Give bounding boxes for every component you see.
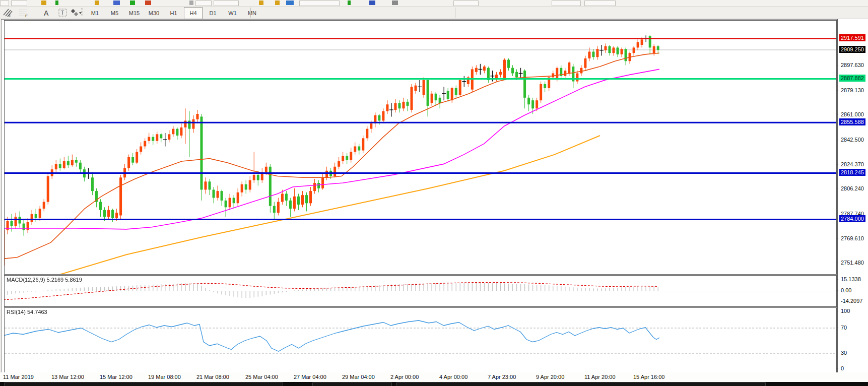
- price-chart-pane[interactable]: [4, 20, 837, 275]
- macd-main-value: 5.2169: [46, 277, 63, 283]
- toolbar-icon-stub[interactable]: [41, 1, 46, 5]
- date-axis-label: 11 Apr 20:00: [584, 374, 616, 380]
- svg-text:E: E: [9, 14, 11, 17]
- toolbar-icon-stub[interactable]: [286, 1, 294, 5]
- timeframe-button-H1[interactable]: H1: [164, 7, 183, 19]
- scale-tick: [836, 188, 838, 189]
- taskbar-window-button[interactable]: [4, 382, 283, 386]
- toolbar-icon-stub[interactable]: [299, 1, 340, 6]
- toolbar-icon-stub[interactable]: [259, 1, 263, 5]
- timeframe-button-M30[interactable]: M30: [145, 7, 163, 19]
- price-level-badge: 2917.591: [839, 34, 865, 41]
- price-scale-label: 2897.630: [839, 61, 865, 69]
- toolbar-icon-stub[interactable]: [453, 1, 479, 6]
- timeframe-button-M15[interactable]: M15: [125, 7, 144, 19]
- toolbar-icon-stub[interactable]: [275, 1, 280, 5]
- date-axis-label: 4 Apr 00:00: [439, 374, 468, 380]
- macd-signal-value: 5.8619: [65, 277, 82, 283]
- toolbar-icon-stub[interactable]: [11, 1, 27, 6]
- date-axis-label: 15 Apr 16:00: [633, 374, 664, 380]
- price-scale-label: 2751.480: [839, 259, 865, 266]
- toolbar-separator: [250, 8, 251, 18]
- toolbar-icon-stub[interactable]: [369, 1, 375, 5]
- price-scale-label: 2769.610: [839, 235, 865, 242]
- price-level-badge: 2887.882: [839, 75, 865, 82]
- text-label-icon[interactable]: T: [56, 7, 70, 18]
- svg-text:T: T: [61, 10, 64, 16]
- date-axis-label: 11 Mar 2019: [3, 374, 34, 380]
- rsi-value: 54.7463: [27, 309, 47, 315]
- toolbar-icon-stub[interactable]: [214, 1, 239, 6]
- price-scale-label: 2879.130: [839, 87, 865, 94]
- date-axis-label: 27 Mar 04:00: [294, 374, 326, 380]
- price-scale-label: 70: [839, 324, 848, 331]
- scale-tick: [836, 164, 838, 165]
- timeframe-button-M5[interactable]: M5: [105, 7, 124, 19]
- price-scale-label: -14.2097: [839, 297, 864, 304]
- fibo-retracement-icon[interactable]: F: [17, 7, 30, 18]
- scale-tick: [836, 263, 838, 263]
- scale-tick: [836, 114, 838, 115]
- price-scale-label: 2861.000: [839, 111, 865, 118]
- toolbar-icon-stub[interactable]: [348, 1, 351, 5]
- toolbar-drag-handle[interactable]: [81, 8, 83, 17]
- timeframe-button-M1[interactable]: M1: [86, 7, 104, 19]
- price-level-badge: 2818.245: [839, 169, 865, 176]
- toolbar-icon-stub[interactable]: [0, 1, 9, 6]
- date-axis-label: 29 Mar 04:00: [342, 374, 375, 380]
- timeframe-bar: M1M5M15M30H1H4D1W1MN: [86, 7, 261, 18]
- price-scale-label: 15.1338: [839, 276, 862, 283]
- toolbar-icon-stub[interactable]: [55, 1, 58, 5]
- price-scale-label: 0.00: [839, 287, 853, 294]
- fibo-expansion-icon[interactable]: E: [1, 7, 14, 18]
- text-tool-icon[interactable]: A: [40, 7, 53, 18]
- main-toolbar: E F A T M1M5M15M30H1H4D1W1MN: [0, 7, 868, 19]
- scale-tick: [836, 65, 838, 66]
- toolbar-icon-stub[interactable]: [392, 1, 398, 5]
- scale-tick: [836, 279, 838, 280]
- date-axis-label: 9 Apr 20:00: [536, 374, 564, 380]
- scale-tick: [836, 290, 838, 291]
- scale-tick: [836, 214, 838, 214]
- scale-tick: [836, 328, 838, 328]
- date-axis-label: 15 Mar 12:00: [100, 374, 132, 380]
- date-axis-label: 21 Mar 08:00: [196, 374, 229, 380]
- toolbar-icon-stub[interactable]: [130, 1, 135, 5]
- scale-tick: [836, 90, 838, 91]
- price-level-badge: 2855.588: [839, 118, 865, 125]
- date-axis-label: 19 Mar 08:00: [148, 374, 181, 380]
- toolbar-icon-stub[interactable]: [552, 1, 581, 6]
- toolbar-icon-stub[interactable]: [145, 1, 151, 5]
- scale-tick: [836, 311, 838, 311]
- rsi-indicator-pane[interactable]: [4, 307, 837, 373]
- date-axis-label: 25 Mar 04:00: [245, 374, 278, 380]
- timeframe-button-MN[interactable]: MN: [243, 7, 261, 19]
- price-scale-label: 2824.370: [839, 161, 865, 168]
- timeframe-button-D1[interactable]: D1: [204, 7, 222, 19]
- toolbar-icon-stub[interactable]: [195, 1, 212, 6]
- taskbar-strip: [0, 382, 868, 386]
- toolbar-icon-stub[interactable]: [584, 1, 616, 6]
- scale-tick: [836, 353, 838, 353]
- scale-tick: [836, 140, 838, 140]
- date-axis-label: 13 Mar 12:00: [51, 374, 84, 380]
- taskbar-window-button[interactable]: [312, 382, 392, 386]
- price-scale-label: 100: [839, 307, 851, 314]
- macd-indicator-pane[interactable]: [4, 275, 837, 307]
- scale-tick: [836, 238, 838, 239]
- date-axis-label: 2 Apr 00:00: [390, 374, 419, 380]
- svg-text:F: F: [25, 14, 28, 17]
- timeframe-button-H4[interactable]: H4: [184, 7, 203, 19]
- toolbar-icon-stub[interactable]: [95, 1, 99, 5]
- timeframe-button-W1[interactable]: W1: [223, 7, 242, 19]
- price-level-badge: 2909.250: [839, 46, 865, 53]
- price-scale-label: 30: [839, 349, 848, 356]
- toolbar-icon-stub[interactable]: [189, 1, 193, 5]
- taskbar-window-button[interactable]: [396, 382, 766, 386]
- toolbar-icon-stub[interactable]: [113, 1, 120, 5]
- svg-text:A: A: [44, 9, 49, 17]
- macd-label: MACD(12,26,9) 5.2169 5.8619: [7, 277, 82, 283]
- top-toolbar-strip: [0, 0, 868, 7]
- price-level-badge: 2784.000: [839, 215, 865, 222]
- date-axis-label: 7 Apr 23:00: [488, 374, 516, 380]
